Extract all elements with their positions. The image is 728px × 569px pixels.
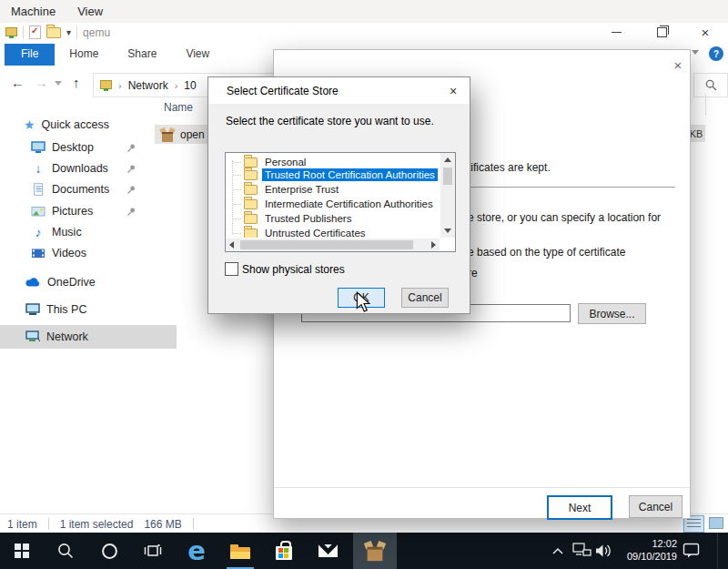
vertical-scroll-thumb[interactable] [443, 168, 452, 185]
sidebar-label: Videos [52, 247, 182, 259]
sidebar-item-pictures[interactable]: Pictures [0, 200, 182, 222]
expand-ribbon-icon[interactable] [692, 50, 699, 55]
column-header-name[interactable]: Name [164, 101, 193, 114]
minimize-button[interactable] [602, 23, 630, 42]
forward-button[interactable]: → [35, 75, 48, 91]
maximize-button[interactable] [648, 23, 675, 42]
details-view-icon [687, 519, 701, 527]
breadcrumb-network[interactable]: Network [128, 79, 168, 92]
browse-label: Browse... [589, 308, 634, 320]
window-title: qemu [83, 26, 110, 39]
dialog-titlebar[interactable]: Select Certificate Store × [208, 77, 470, 104]
scroll-left-icon[interactable] [229, 241, 234, 249]
wizard-cancel-button[interactable]: Cancel [629, 495, 682, 518]
search-input[interactable] [693, 73, 728, 97]
cortana-button[interactable] [87, 533, 131, 569]
file-explorer-button[interactable] [218, 533, 262, 569]
start-button[interactable] [0, 533, 44, 569]
store-item-trusted-root[interactable]: Trusted Root Certification Authorities [226, 168, 440, 182]
dialog-title: Select Certificate Store [227, 85, 339, 97]
menu-view[interactable]: View [66, 2, 114, 21]
store-item-intermediate[interactable]: Intermediate Certification Authorities [226, 197, 440, 211]
computer-icon[interactable] [5, 27, 17, 38]
menu-machine[interactable]: Machine [0, 2, 66, 21]
edge-button[interactable]: e [175, 533, 218, 569]
scroll-up-icon[interactable] [444, 157, 451, 162]
action-center-button[interactable] [682, 533, 704, 569]
up-button[interactable]: ↑ [73, 75, 80, 91]
sidebar-item-music[interactable]: ♪ Music [0, 221, 182, 243]
next-button[interactable]: Next [547, 495, 612, 520]
certificate-installer-app-button[interactable] [353, 533, 397, 569]
sidebar-label: Network [46, 330, 177, 343]
dialog-instruction: Select the certificate store you want to… [226, 115, 434, 127]
pin-icon [126, 143, 136, 153]
help-button[interactable]: ? [709, 46, 723, 61]
sidebar-item-videos[interactable]: Videos [0, 242, 182, 264]
tray-expand-button[interactable] [551, 533, 570, 569]
task-view-button[interactable] [131, 533, 175, 569]
task-view-icon [144, 543, 162, 559]
navigation-pane: ★ Quick access Desktop ↓ Downloads Docum… [0, 102, 151, 513]
wizard-close-button[interactable]: × [669, 56, 687, 74]
folder-icon [244, 214, 258, 224]
scroll-down-icon[interactable] [444, 229, 451, 233]
folder-icon [244, 157, 258, 168]
selection-size: 166 MB [144, 518, 181, 531]
horizontal-scroll-thumb[interactable] [240, 240, 413, 249]
tab-file[interactable]: File [5, 44, 55, 66]
taskbar-search-button[interactable] [44, 533, 87, 569]
breadcrumb-host[interactable]: 10 [184, 79, 196, 92]
mail-button[interactable] [306, 533, 349, 569]
close-button[interactable]: × [692, 23, 719, 42]
tab-home[interactable]: Home [55, 44, 113, 66]
store-button[interactable] [262, 533, 306, 569]
sidebar-item-documents[interactable]: Documents [0, 178, 182, 200]
store-label: Enterprise Trust [262, 183, 341, 196]
volume-tray-button[interactable] [594, 533, 616, 569]
select-certificate-store-dialog: Select Certificate Store × Select the ce… [207, 76, 470, 314]
show-physical-stores-checkbox[interactable] [225, 262, 238, 276]
back-button[interactable]: ← [11, 75, 25, 91]
scroll-right-icon[interactable] [431, 241, 436, 249]
thumbnail-view-button[interactable] [706, 515, 725, 531]
qat-customize-dropdown-icon[interactable]: ▾ [66, 27, 71, 37]
taskbar-clock[interactable]: 12:02 09/10/2019 [617, 537, 677, 563]
store-item-untrusted[interactable]: Untrusted Certificates [226, 226, 440, 238]
clock-date: 09/10/2019 [617, 550, 677, 563]
dialog-cancel-button[interactable]: Cancel [401, 288, 449, 308]
microsoft-store-icon [275, 541, 293, 561]
selection-count: 1 item selected [60, 518, 134, 531]
help-icon: ? [713, 49, 719, 59]
checkbox-label[interactable]: Show physical stores [242, 263, 345, 276]
sidebar-item-quick-access[interactable]: ★ Quick access [0, 114, 175, 136]
column-divider[interactable] [705, 94, 706, 116]
sidebar-item-network[interactable]: Network [0, 325, 177, 349]
recent-locations-dropdown-icon[interactable] [55, 81, 62, 86]
browse-button[interactable]: Browse... [578, 303, 646, 324]
computer-icon [25, 303, 40, 316]
sidebar-item-downloads[interactable]: ↓ Downloads [0, 157, 182, 179]
wizard-text-fragment: tificates are kept. [468, 161, 551, 174]
network-tray-button[interactable] [572, 533, 592, 569]
show-desktop-divider[interactable] [717, 533, 718, 569]
store-item-enterprise-trust[interactable]: Enterprise Trust [226, 182, 440, 197]
next-label: Next [569, 502, 592, 514]
folder-icon [244, 229, 258, 239]
quick-access-toolbar: ✓ ▾ qemu [5, 25, 110, 39]
tab-share[interactable]: Share [113, 44, 171, 66]
picture-icon [31, 205, 46, 218]
vertical-scrollbar[interactable] [440, 153, 455, 238]
horizontal-scrollbar[interactable] [226, 239, 440, 251]
sidebar-item-onedrive[interactable]: OneDrive [0, 271, 177, 293]
windows-logo-icon [15, 544, 29, 558]
item-count: 1 item [7, 518, 37, 531]
separator [76, 26, 77, 39]
store-item-trusted-publishers[interactable]: Trusted Publishers [226, 211, 440, 226]
separator [48, 518, 49, 530]
dialog-close-button[interactable]: × [444, 82, 462, 99]
folder-icon[interactable] [46, 27, 61, 38]
properties-check-icon[interactable]: ✓ [29, 25, 41, 39]
tab-view[interactable]: View [171, 44, 224, 66]
sidebar-item-this-pc[interactable]: This PC [0, 299, 177, 320]
